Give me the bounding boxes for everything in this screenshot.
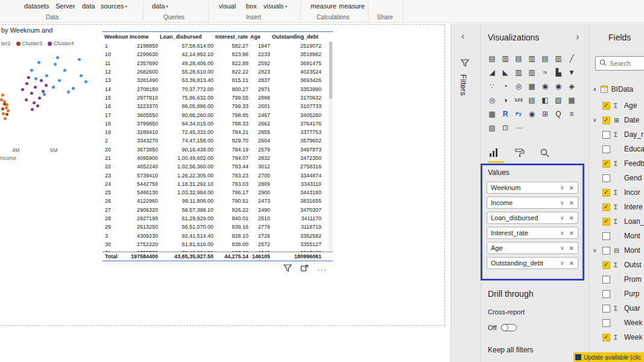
report-canvas[interactable]: by Weeknum and ter2Cluster3Cluster4 4M 6…	[0, 24, 450, 362]
field-item-date[interactable]: ∨⊞Date	[589, 113, 644, 127]
slicer-icon[interactable]: ▧	[553, 95, 564, 105]
kpi-icon[interactable]: ◧	[540, 95, 551, 105]
scatter-point[interactable]	[2, 112, 5, 115]
table-row[interactable]: 17360555080,86,260.00798.8524673405260	[103, 110, 333, 119]
table-row[interactable]: 18379985084,34,015.00788.3326623764176	[103, 119, 333, 128]
field-checkbox[interactable]	[602, 116, 610, 124]
table-row[interactable]: 2246522401,02,56,360.00783.4430122758316	[103, 162, 333, 171]
field-item-week[interactable]: ΣWeek	[589, 330, 644, 345]
column-header-income[interactable]: Income	[128, 34, 158, 40]
table-row[interactable]: 27290632058,57,398.10826.2224903470307	[103, 206, 333, 214]
scatter-point[interactable]	[40, 79, 43, 82]
table-row[interactable]: 10229963042,14,992.10823.9622333518982	[103, 50, 333, 59]
scatter-point[interactable]	[5, 113, 8, 116]
key-influencers-icon[interactable]: ◉	[526, 109, 537, 119]
field-checkbox[interactable]	[602, 160, 610, 168]
scatter-point[interactable]	[43, 93, 46, 96]
stacked-area-chart-icon[interactable]: ◣	[500, 68, 511, 77]
field-checkbox[interactable]	[602, 189, 610, 197]
analytics-tab[interactable]	[540, 148, 551, 157]
more-options-icon[interactable]: ···	[317, 265, 327, 273]
scatter-point[interactable]	[45, 74, 48, 77]
column-header-interest_rate[interactable]: Interest_rate	[213, 34, 248, 40]
scatter-point[interactable]	[31, 108, 34, 111]
scatter-chart-icon[interactable]: ∵	[487, 81, 497, 91]
scatter-point[interactable]	[38, 97, 41, 100]
field-item-quar[interactable]: ΣQuar	[589, 301, 644, 316]
table-row[interactable]: 26412296099,11,806.00790.5124733831655	[103, 197, 333, 205]
chevron-down-icon[interactable]: ∨	[560, 245, 564, 251]
scatter-point[interactable]	[80, 74, 83, 77]
qna-icon[interactable]: Q	[553, 109, 564, 119]
scatter-point[interactable]	[67, 91, 70, 94]
table-row[interactable]: 11235789049,28,406.00822.8825923691475	[103, 59, 333, 68]
column-header-weeknum[interactable]: Weeknum	[103, 34, 128, 40]
remove-field-icon[interactable]: ✕	[569, 185, 574, 191]
table-row[interactable]: 14270815070,37,772.00800.2729713353990	[103, 84, 333, 93]
table-row[interactable]: 12268260055,28,610.00822.2228234023524	[103, 68, 333, 76]
ribbon-button-new-measure[interactable]: measure	[311, 2, 336, 10]
power-apps-icon[interactable]: ⊡	[500, 123, 511, 133]
chevron-down-icon[interactable]: ∨	[560, 215, 564, 221]
expand-filters-icon[interactable]: ‹	[461, 31, 464, 42]
ribbon-button-datasets[interactable]: datasets	[24, 2, 49, 10]
azure-map-icon[interactable]: ◎	[487, 95, 497, 105]
table-row[interactable]: 2357394101,26,22,305.00783.2327003344874	[103, 171, 333, 179]
scatter-point[interactable]	[33, 101, 36, 104]
gauge-icon[interactable]: ◑	[500, 95, 511, 105]
expand-icon[interactable]: ∨	[593, 247, 597, 253]
paginated-report-icon[interactable]: ▤	[487, 123, 497, 133]
waterfall-chart-icon[interactable]: ▙	[553, 68, 564, 77]
table-row[interactable]: 1219885057,58,614.00582.2719472519072	[103, 42, 333, 50]
field-checkbox[interactable]	[602, 247, 610, 255]
field-item-loan_[interactable]: ΣLoan_	[589, 214, 644, 229]
multirow-card-icon[interactable]: ▤	[526, 95, 537, 105]
field-checkbox[interactable]	[602, 276, 610, 284]
field-checkbox[interactable]	[602, 174, 610, 182]
python-visual-icon[interactable]: Py	[513, 109, 524, 119]
table-row[interactable]: 2140959001,00,49,602.00784.0728323472350	[103, 154, 333, 162]
field-checkbox[interactable]	[602, 232, 610, 240]
chevron-down-icon[interactable]: ∨	[560, 185, 564, 191]
filters-pane-collapsed[interactable]: ‹ Filters	[451, 24, 480, 362]
smart-narrative-icon[interactable]: ≡	[566, 109, 577, 119]
matrix-visual-icon[interactable]: ▦	[487, 109, 497, 119]
filled-map-icon[interactable]: ◉	[553, 81, 564, 91]
field-well-outstanding_debt[interactable]: Outstanding_debt∨✕	[487, 257, 578, 269]
shape-map-icon[interactable]: ◈	[566, 81, 577, 91]
scatter-point[interactable]	[58, 79, 61, 82]
field-item-incor[interactable]: ΣIncor	[589, 185, 644, 200]
table-visual[interactable]: WeeknumIncomeLoan_disbursedInterest_rate…	[103, 31, 333, 261]
ribbon-button-recent-sources[interactable]: sources▾	[101, 2, 127, 10]
scrollbar-thumb[interactable]	[329, 42, 332, 99]
field-checkbox[interactable]	[602, 131, 610, 139]
remove-field-icon[interactable]: ✕	[569, 200, 574, 206]
treemap-icon[interactable]: ▦	[526, 81, 537, 91]
field-checkbox[interactable]	[602, 334, 610, 341]
scatter-point[interactable]	[25, 82, 28, 85]
scatter-point[interactable]	[1, 94, 4, 97]
scatter-point[interactable]	[45, 84, 48, 87]
table-row[interactable]: 15297781075,86,632.00799.5528983170632	[103, 94, 333, 102]
collapse-icon[interactable]: ∧	[593, 86, 597, 92]
table-row[interactable]: 19328941072,45,332.00784.2128553377753	[103, 128, 333, 136]
column-header-age[interactable]: Age	[248, 34, 270, 40]
more-visuals-icon[interactable]: ⋯	[513, 123, 524, 133]
search-box[interactable]	[595, 56, 644, 71]
table-row[interactable]: 31277057079,46,894.00837.6025493325108	[103, 249, 333, 252]
scatter-point[interactable]	[56, 56, 59, 59]
pie-chart-icon[interactable]: ◔	[500, 81, 511, 91]
chevron-down-icon[interactable]: ∨	[560, 200, 564, 206]
filter-icon[interactable]	[283, 264, 292, 275]
map-icon[interactable]: ◉	[540, 81, 551, 91]
stacked-bar-chart-icon[interactable]: ▤	[487, 54, 497, 63]
scatter-point[interactable]	[4, 117, 7, 120]
field-item-prom[interactable]: Prom	[589, 272, 644, 287]
funnel-chart-icon[interactable]: ▼	[566, 68, 577, 77]
scatter-point[interactable]	[3, 103, 6, 106]
card-icon[interactable]: 123	[513, 95, 524, 105]
field-well-interest_rate[interactable]: Interest_rate∨✕	[487, 227, 578, 239]
field-item-week[interactable]: Week	[589, 316, 644, 330]
field-checkbox[interactable]	[602, 319, 610, 327]
field-item-gend[interactable]: Gend	[589, 171, 644, 185]
